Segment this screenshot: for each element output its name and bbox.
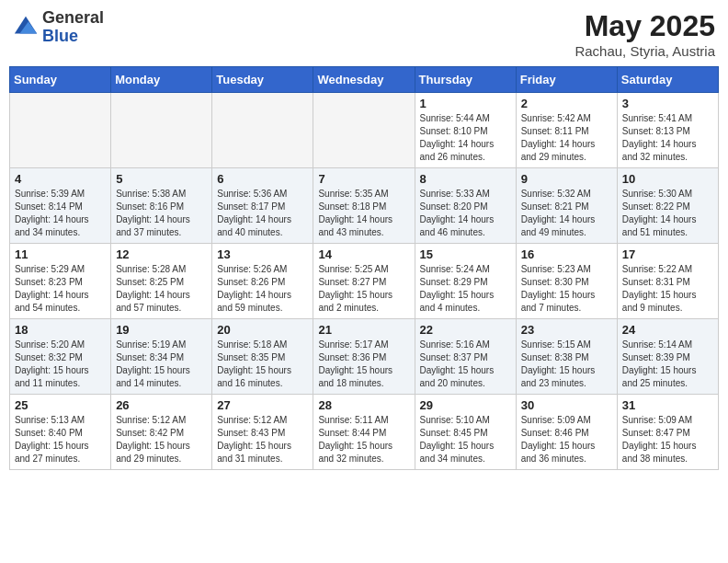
calendar-cell: 14Sunrise: 5:25 AM Sunset: 8:27 PM Dayli…	[313, 244, 415, 319]
day-info: Sunrise: 5:26 AM Sunset: 8:26 PM Dayligh…	[217, 263, 308, 315]
day-number: 18	[15, 323, 106, 337]
day-info: Sunrise: 5:10 AM Sunset: 8:45 PM Dayligh…	[420, 414, 511, 465]
day-number: 14	[318, 247, 409, 261]
logo-general: General	[42, 9, 104, 28]
calendar-cell: 6Sunrise: 5:36 AM Sunset: 8:17 PM Daylig…	[212, 168, 313, 244]
calendar-cell: 10Sunrise: 5:30 AM Sunset: 8:22 PM Dayli…	[617, 168, 718, 244]
day-number: 25	[15, 398, 106, 412]
day-number: 5	[116, 172, 207, 186]
calendar-week-row: 25Sunrise: 5:13 AM Sunset: 8:40 PM Dayli…	[10, 395, 719, 470]
day-number: 28	[318, 398, 409, 412]
calendar-cell: 20Sunrise: 5:18 AM Sunset: 8:35 PM Dayli…	[212, 319, 313, 395]
day-number: 16	[521, 247, 612, 261]
calendar-cell: 15Sunrise: 5:24 AM Sunset: 8:29 PM Dayli…	[415, 244, 516, 319]
weekday-header: Sunday	[10, 67, 111, 93]
month-year: May 2025	[574, 9, 715, 43]
day-info: Sunrise: 5:38 AM Sunset: 8:16 PM Dayligh…	[116, 188, 207, 239]
day-info: Sunrise: 5:25 AM Sunset: 8:27 PM Dayligh…	[318, 263, 409, 315]
day-number: 26	[116, 398, 207, 412]
weekday-header: Thursday	[415, 67, 516, 93]
day-info: Sunrise: 5:30 AM Sunset: 8:22 PM Dayligh…	[622, 188, 713, 239]
day-number: 29	[420, 398, 511, 412]
calendar-week-row: 18Sunrise: 5:20 AM Sunset: 8:32 PM Dayli…	[10, 319, 719, 395]
calendar-cell: 26Sunrise: 5:12 AM Sunset: 8:42 PM Dayli…	[111, 395, 212, 470]
calendar-cell: 8Sunrise: 5:33 AM Sunset: 8:20 PM Daylig…	[415, 168, 516, 244]
day-number: 2	[521, 97, 612, 110]
logo-blue: Blue	[42, 28, 104, 46]
day-number: 12	[116, 247, 207, 261]
day-number: 4	[15, 172, 106, 186]
day-number: 9	[521, 172, 612, 186]
day-number: 10	[622, 172, 713, 186]
calendar-cell: 30Sunrise: 5:09 AM Sunset: 8:46 PM Dayli…	[516, 395, 617, 470]
calendar-cell: 7Sunrise: 5:35 AM Sunset: 8:18 PM Daylig…	[313, 168, 415, 244]
calendar-cell: 25Sunrise: 5:13 AM Sunset: 8:40 PM Dayli…	[10, 395, 111, 470]
calendar-cell: 13Sunrise: 5:26 AM Sunset: 8:26 PM Dayli…	[212, 244, 313, 319]
day-number: 30	[521, 398, 612, 412]
weekday-header: Wednesday	[313, 67, 415, 93]
calendar-week-row: 4Sunrise: 5:39 AM Sunset: 8:14 PM Daylig…	[10, 168, 719, 244]
day-info: Sunrise: 5:44 AM Sunset: 8:10 PM Dayligh…	[420, 112, 511, 164]
day-number: 24	[622, 323, 713, 337]
day-info: Sunrise: 5:20 AM Sunset: 8:32 PM Dayligh…	[15, 339, 106, 390]
calendar-cell: 17Sunrise: 5:22 AM Sunset: 8:31 PM Dayli…	[617, 244, 718, 319]
calendar-cell: 21Sunrise: 5:17 AM Sunset: 8:36 PM Dayli…	[313, 319, 415, 395]
calendar-cell	[10, 93, 111, 168]
day-number: 23	[521, 323, 612, 337]
day-info: Sunrise: 5:39 AM Sunset: 8:14 PM Dayligh…	[15, 188, 106, 239]
day-number: 1	[420, 97, 511, 110]
calendar-cell: 12Sunrise: 5:28 AM Sunset: 8:25 PM Dayli…	[111, 244, 212, 319]
logo: General Blue	[13, 9, 104, 46]
day-number: 6	[217, 172, 308, 186]
calendar-week-row: 1Sunrise: 5:44 AM Sunset: 8:10 PM Daylig…	[10, 93, 719, 168]
calendar-cell: 22Sunrise: 5:16 AM Sunset: 8:37 PM Dayli…	[415, 319, 516, 395]
day-number: 31	[622, 398, 713, 412]
day-info: Sunrise: 5:13 AM Sunset: 8:40 PM Dayligh…	[15, 414, 106, 465]
calendar-cell: 29Sunrise: 5:10 AM Sunset: 8:45 PM Dayli…	[415, 395, 516, 470]
day-number: 8	[420, 172, 511, 186]
day-info: Sunrise: 5:11 AM Sunset: 8:44 PM Dayligh…	[318, 414, 409, 465]
day-info: Sunrise: 5:09 AM Sunset: 8:47 PM Dayligh…	[622, 414, 713, 465]
calendar-cell	[313, 93, 415, 168]
calendar-cell: 11Sunrise: 5:29 AM Sunset: 8:23 PM Dayli…	[10, 244, 111, 319]
day-number: 22	[420, 323, 511, 337]
weekday-header: Saturday	[617, 67, 718, 93]
calendar-cell: 16Sunrise: 5:23 AM Sunset: 8:30 PM Dayli…	[516, 244, 617, 319]
calendar-cell: 19Sunrise: 5:19 AM Sunset: 8:34 PM Dayli…	[111, 319, 212, 395]
calendar-cell: 4Sunrise: 5:39 AM Sunset: 8:14 PM Daylig…	[10, 168, 111, 244]
day-info: Sunrise: 5:23 AM Sunset: 8:30 PM Dayligh…	[521, 263, 612, 315]
weekday-header: Tuesday	[212, 67, 313, 93]
day-info: Sunrise: 5:09 AM Sunset: 8:46 PM Dayligh…	[521, 414, 612, 465]
day-number: 3	[622, 97, 713, 110]
calendar-cell: 9Sunrise: 5:32 AM Sunset: 8:21 PM Daylig…	[516, 168, 617, 244]
page-header: General Blue May 2025 Rachau, Styria, Au…	[9, 9, 719, 59]
day-info: Sunrise: 5:12 AM Sunset: 8:43 PM Dayligh…	[217, 414, 308, 465]
calendar-table: SundayMondayTuesdayWednesdayThursdayFrid…	[9, 66, 719, 470]
day-info: Sunrise: 5:17 AM Sunset: 8:36 PM Dayligh…	[318, 339, 409, 390]
calendar-cell: 27Sunrise: 5:12 AM Sunset: 8:43 PM Dayli…	[212, 395, 313, 470]
day-info: Sunrise: 5:32 AM Sunset: 8:21 PM Dayligh…	[521, 188, 612, 239]
day-info: Sunrise: 5:14 AM Sunset: 8:39 PM Dayligh…	[622, 339, 713, 390]
calendar-cell: 28Sunrise: 5:11 AM Sunset: 8:44 PM Dayli…	[313, 395, 415, 470]
day-info: Sunrise: 5:19 AM Sunset: 8:34 PM Dayligh…	[116, 339, 207, 390]
day-number: 13	[217, 247, 308, 261]
title-block: May 2025 Rachau, Styria, Austria	[574, 9, 715, 59]
day-info: Sunrise: 5:33 AM Sunset: 8:20 PM Dayligh…	[420, 188, 511, 239]
day-info: Sunrise: 5:29 AM Sunset: 8:23 PM Dayligh…	[15, 263, 106, 315]
day-number: 15	[420, 247, 511, 261]
calendar-cell: 18Sunrise: 5:20 AM Sunset: 8:32 PM Dayli…	[10, 319, 111, 395]
logo-text: General Blue	[42, 9, 104, 46]
day-number: 19	[116, 323, 207, 337]
day-info: Sunrise: 5:16 AM Sunset: 8:37 PM Dayligh…	[420, 339, 511, 390]
day-info: Sunrise: 5:42 AM Sunset: 8:11 PM Dayligh…	[521, 112, 612, 164]
day-info: Sunrise: 5:28 AM Sunset: 8:25 PM Dayligh…	[116, 263, 207, 315]
day-info: Sunrise: 5:15 AM Sunset: 8:38 PM Dayligh…	[521, 339, 612, 390]
calendar-week-row: 11Sunrise: 5:29 AM Sunset: 8:23 PM Dayli…	[10, 244, 719, 319]
calendar-cell: 5Sunrise: 5:38 AM Sunset: 8:16 PM Daylig…	[111, 168, 212, 244]
day-info: Sunrise: 5:36 AM Sunset: 8:17 PM Dayligh…	[217, 188, 308, 239]
calendar-cell: 23Sunrise: 5:15 AM Sunset: 8:38 PM Dayli…	[516, 319, 617, 395]
day-info: Sunrise: 5:24 AM Sunset: 8:29 PM Dayligh…	[420, 263, 511, 315]
calendar-cell	[212, 93, 313, 168]
day-number: 7	[318, 172, 409, 186]
day-number: 17	[622, 247, 713, 261]
